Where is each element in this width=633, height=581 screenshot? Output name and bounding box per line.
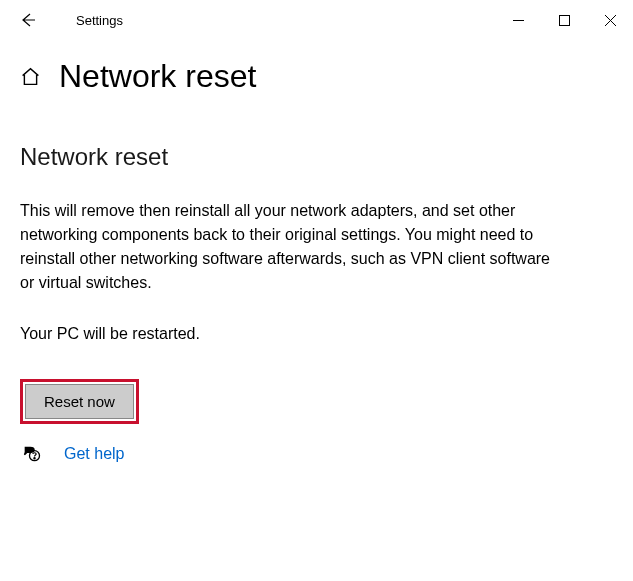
close-icon (605, 15, 616, 26)
help-row: Get help (20, 444, 560, 464)
titlebar: Settings (0, 0, 633, 40)
arrow-left-icon (20, 12, 36, 28)
page-title: Network reset (59, 58, 256, 95)
maximize-button[interactable] (541, 0, 587, 40)
maximize-icon (559, 15, 570, 26)
window-controls (495, 0, 633, 40)
description-text: This will remove then reinstall all your… (20, 199, 560, 295)
chat-help-icon (22, 444, 42, 464)
window-title: Settings (76, 13, 123, 28)
restart-note: Your PC will be restarted. (20, 325, 560, 343)
get-help-link[interactable]: Get help (64, 445, 124, 463)
content-area: Network reset This will remove then rein… (0, 95, 580, 464)
home-icon[interactable] (20, 66, 41, 87)
minimize-icon (513, 15, 524, 26)
section-title: Network reset (20, 143, 560, 171)
page-header: Network reset (0, 40, 633, 95)
minimize-button[interactable] (495, 0, 541, 40)
back-button[interactable] (8, 0, 48, 40)
reset-now-button[interactable]: Reset now (25, 384, 134, 419)
svg-rect-1 (559, 15, 569, 25)
reset-button-highlight: Reset now (20, 379, 139, 424)
close-button[interactable] (587, 0, 633, 40)
svg-point-5 (34, 458, 35, 459)
